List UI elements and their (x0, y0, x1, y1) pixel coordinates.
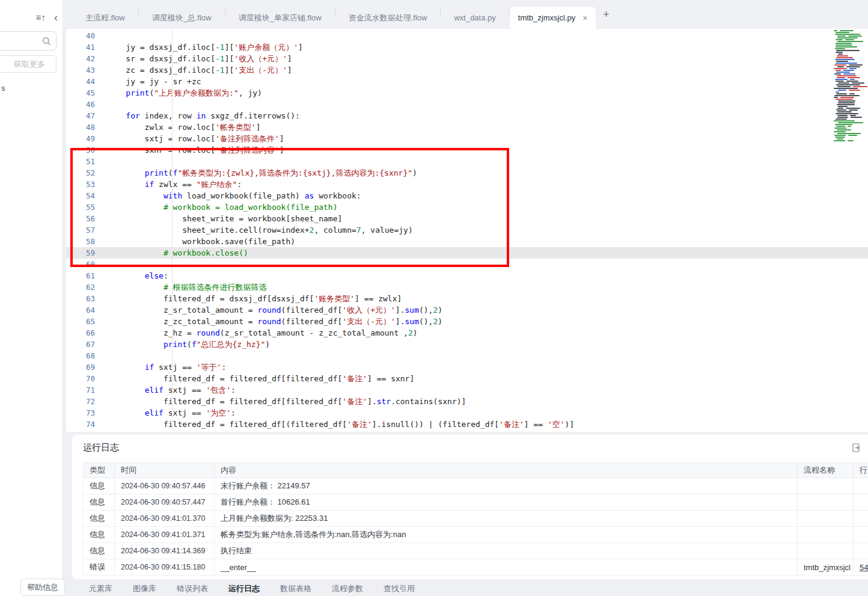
code-line: 71 elif sxtj == '包含': (66, 384, 868, 396)
log-flow-cell (798, 494, 854, 511)
tab-label: 调度模块_单家店铺.flow (239, 13, 322, 23)
log-flow-cell (798, 511, 854, 527)
code-text: elif sxtj == '包含': (106, 384, 236, 396)
line-number: 46 (66, 99, 106, 110)
bottom-tab-运行日志[interactable]: 运行日志 (228, 583, 260, 594)
log-type-cell: 信息 (84, 527, 115, 543)
close-tab-icon[interactable]: × (582, 13, 587, 23)
code-segment: '备注' (347, 420, 372, 429)
get-more-button[interactable]: 获取更多 (0, 55, 57, 73)
minimap[interactable] (833, 30, 868, 144)
minimap-mark (836, 52, 843, 53)
export-log-icon[interactable] (851, 443, 861, 455)
line-number: 43 (66, 64, 106, 76)
code-segment: ]. (396, 306, 405, 315)
minimap-mark (837, 35, 846, 37)
tab-调度模块_单家店铺.flow[interactable]: 调度模块_单家店铺.flow (225, 7, 335, 29)
minimap-mark (837, 66, 844, 67)
line-number: 69 (66, 361, 106, 373)
minimap-mark (835, 34, 860, 35)
code-text: sr = dsxsj_df.iloc[-1]['收入（+元）'] (106, 53, 292, 64)
code-segment: '包含' (206, 386, 231, 395)
log-row[interactable]: 信息2024-06-30 09:41:01.370上月账户余额数据为: 2225… (84, 511, 868, 527)
minimap-mark (835, 137, 845, 138)
minimap-mark (836, 46, 857, 48)
minimap-mark (837, 115, 848, 116)
minimap-mark (850, 79, 855, 80)
code-line: 69 if sxtj == '等于': (66, 361, 868, 373)
tab-资金流水数据处理.flow[interactable]: 资金流水数据处理.flow (335, 7, 441, 29)
log-row[interactable]: 信息2024-06-30 09:40:57.446末行账户余额： 22149.5… (84, 478, 868, 494)
log-line-link (853, 527, 868, 543)
help-info-button[interactable]: 帮助信息 (20, 579, 65, 596)
line-number: 62 (66, 281, 106, 293)
log-row[interactable]: 信息2024-06-30 09:41:01.371帐务类型为:账户结余,筛选条件… (84, 527, 868, 543)
log-column-header: 行 (853, 463, 868, 478)
minimap-mark (835, 124, 852, 125)
code-text: zc = dsxsj_df.iloc[-1]['支出（-元）'] (106, 64, 292, 76)
code-segment: , jy) (239, 88, 262, 97)
search-box[interactable] (0, 31, 57, 51)
code-segment: : (164, 271, 168, 280)
log-line-link[interactable]: 54 (853, 559, 868, 576)
minimap-mark (848, 140, 854, 141)
code-segment: filtered_df = filtered_df[filtered_df[ (107, 374, 342, 383)
sort-ascending-icon[interactable]: ≡↑ (36, 12, 46, 22)
code-line: 48 zwlx = row.loc['帐务类型'] (66, 121, 868, 133)
minimap-mark (838, 102, 855, 103)
minimap-mark (840, 97, 854, 98)
code-text: if sxtj == '等于': (106, 361, 226, 373)
code-segment: round (257, 317, 281, 326)
bottom-tab-元素库[interactable]: 元素库 (89, 583, 112, 594)
code-segment: .contains(sxnr)] (391, 397, 466, 406)
tab-调度模块_总.flow[interactable]: 调度模块_总.flow (139, 7, 225, 29)
collapse-panel-icon[interactable]: ‹ (54, 13, 58, 22)
code-segment: jy = dsxsj_df.iloc[ (107, 43, 215, 52)
bottom-tab-流程参数[interactable]: 流程参数 (332, 583, 363, 594)
minimap-mark (836, 84, 860, 85)
minimap-mark (843, 70, 854, 71)
code-segment (107, 386, 145, 395)
code-line: 47 for index, row in sxgz_df.iterrows(): (66, 110, 868, 121)
code-segment (107, 111, 126, 120)
log-table: 类型时间内容流程名称行 信息2024-06-30 09:40:57.446末行账… (83, 462, 868, 576)
code-text: zwlx = row.loc['帐务类型'] (106, 121, 261, 133)
minimap-mark (837, 37, 858, 38)
new-tab-icon[interactable]: + (603, 8, 610, 21)
bottom-tab-错误列表[interactable]: 错误列表 (177, 583, 208, 594)
search-input[interactable] (0, 36, 42, 46)
code-text: z_zc_total_amount = round(filtered_df['支… (106, 316, 442, 327)
code-segment: ) (438, 317, 442, 326)
tab-主流程.flow[interactable]: 主流程.flow (72, 7, 138, 29)
tab-wxt_data.py[interactable]: wxt_data.py (441, 7, 509, 29)
code-segment: jy = jy - sr +zc (107, 77, 201, 86)
log-row[interactable]: 信息2024-06-30 09:40:57.447首行账户余额： 10626.6… (84, 494, 868, 511)
code-segment: ) (413, 328, 418, 337)
tab-label: 主流程.flow (85, 13, 125, 23)
code-segment: else (145, 271, 164, 280)
log-line-link (853, 478, 868, 494)
minimap-mark (836, 63, 857, 64)
tab-tmtb_zjmxsjcl.py[interactable]: tmtb_zjmxsjcl.py× (510, 7, 596, 29)
code-segment: ) (438, 306, 442, 315)
log-column-header: 流程名称 (798, 463, 854, 478)
code-line: 62 # 根据筛选条件进行数据筛选 (66, 281, 868, 293)
log-row[interactable]: 信息2024-06-30 09:41:14.369执行结束 (84, 543, 868, 559)
minimap-mark (849, 109, 858, 111)
code-line: 45 print("上月账户余额数据为:", jy) (66, 87, 868, 99)
line-number: 49 (66, 133, 106, 144)
code-segment: 2 (408, 328, 413, 337)
code-line: 70 filtered_df = filtered_df[filtered_df… (66, 373, 868, 384)
bottom-tab-图像库[interactable]: 图像库 (133, 583, 156, 594)
bottom-tab-查找引用[interactable]: 查找引用 (384, 583, 415, 594)
code-text: filtered_df = filtered_df[(filtered_df['… (106, 419, 574, 430)
log-row[interactable]: 错误2024-06-30 09:41:15.180__enter__tmtb_z… (84, 559, 868, 576)
log-time-cell: 2024-06-30 09:41:01.370 (114, 511, 214, 527)
bottom-tab-数据表格[interactable]: 数据表格 (280, 583, 311, 594)
bottom-tab-bar: 元素库图像库错误列表运行日志数据表格流程参数查找引用 (72, 581, 868, 596)
code-segment: f (192, 340, 197, 349)
minimap-mark (836, 99, 853, 100)
minimap-mark (838, 106, 848, 107)
code-segment: '收入（+元）' (234, 54, 287, 63)
log-time-cell: 2024-06-30 09:40:57.447 (114, 494, 214, 511)
